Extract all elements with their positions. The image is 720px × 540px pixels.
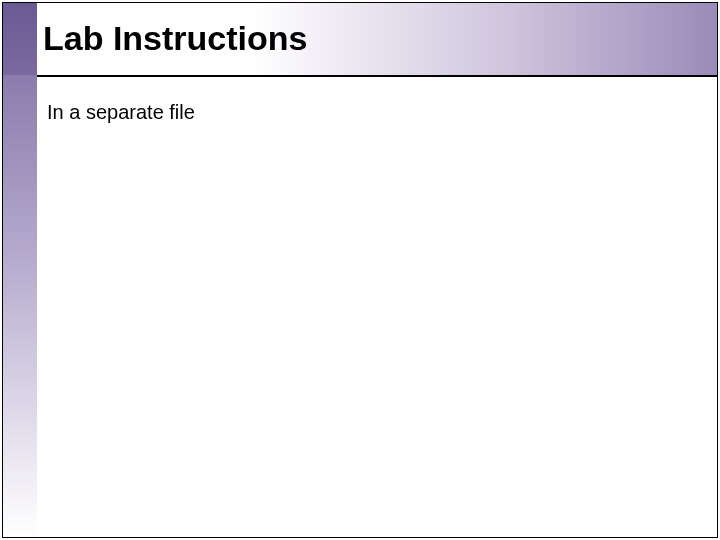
title-divider: [37, 75, 717, 77]
slide-body-text: In a separate file: [47, 101, 195, 124]
slide-frame: Lab Instructions In a separate file: [2, 2, 718, 538]
header-area: Lab Instructions: [3, 3, 717, 75]
left-accent-top: [3, 3, 37, 75]
left-accent-bar: [3, 3, 37, 537]
slide-title: Lab Instructions: [43, 19, 307, 58]
